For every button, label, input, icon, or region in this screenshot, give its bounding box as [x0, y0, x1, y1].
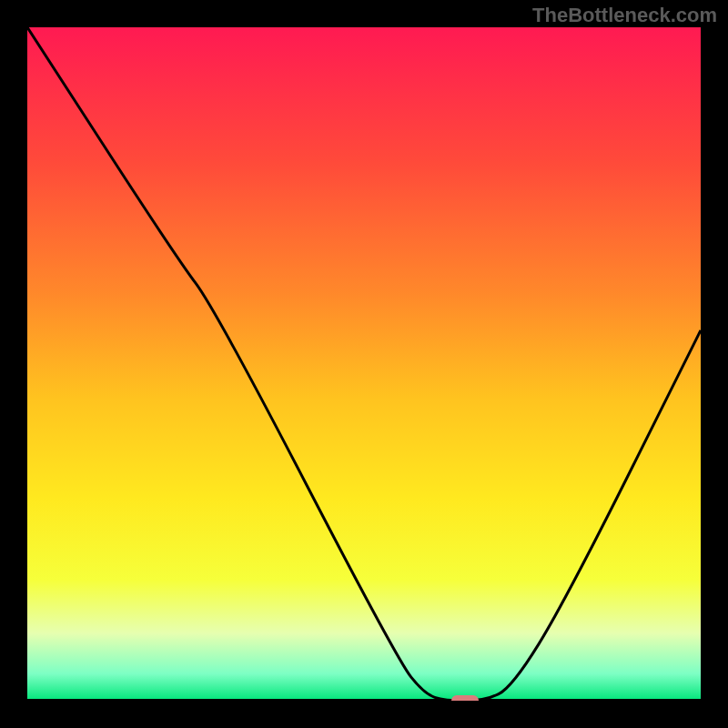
plot-area — [27, 27, 701, 701]
watermark-text: TheBottleneck.com — [532, 4, 717, 27]
chart-svg — [27, 27, 701, 701]
gradient-background — [27, 27, 701, 701]
optimal-marker — [451, 695, 479, 701]
